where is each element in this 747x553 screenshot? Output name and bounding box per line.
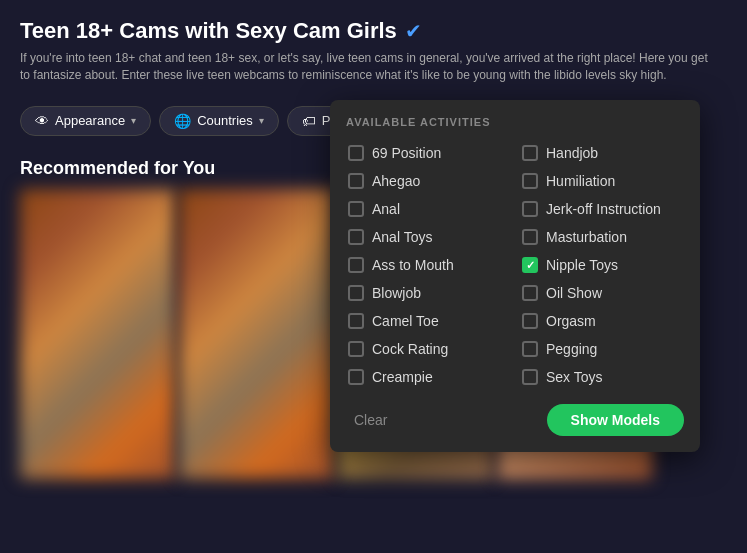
filter-countries-button[interactable]: 🌐 Countries ▾ — [159, 106, 279, 136]
checkbox-creampie[interactable] — [348, 369, 364, 385]
activity-label-nipple-toys: Nipple Toys — [546, 257, 618, 273]
activity-label-camel-toe: Camel Toe — [372, 313, 439, 329]
checkbox-humiliation[interactable] — [522, 173, 538, 189]
filter-appearance-label: Appearance — [55, 113, 125, 128]
activity-label-69position: 69 Position — [372, 145, 441, 161]
activity-label-oil-show: Oil Show — [546, 285, 602, 301]
activity-oil-show[interactable]: Oil Show — [520, 282, 684, 304]
activity-pegging[interactable]: Pegging — [520, 338, 684, 360]
activity-masturbation[interactable]: Masturbation — [520, 226, 684, 248]
filter-appearance-button[interactable]: 👁 Appearance ▾ — [20, 106, 151, 136]
checkbox-cock-rating[interactable] — [348, 341, 364, 357]
model-thumbnail[interactable] — [179, 189, 334, 479]
checkbox-69position[interactable] — [348, 145, 364, 161]
page-subtitle: If you're into teen 18+ chat and teen 18… — [20, 50, 720, 84]
checkbox-ass-to-mouth[interactable] — [348, 257, 364, 273]
checkbox-ahegao[interactable] — [348, 173, 364, 189]
activity-label-sex-toys: Sex Toys — [546, 369, 603, 385]
checkbox-anal-toys[interactable] — [348, 229, 364, 245]
checkbox-handjob[interactable] — [522, 145, 538, 161]
filter-countries-label: Countries — [197, 113, 253, 128]
activity-label-jerkoff: Jerk-off Instruction — [546, 201, 661, 217]
checkbox-orgasm[interactable] — [522, 313, 538, 329]
activity-humiliation[interactable]: Humiliation — [520, 170, 684, 192]
activity-label-pegging: Pegging — [546, 341, 597, 357]
activity-handjob[interactable]: Handjob — [520, 142, 684, 164]
dropdown-footer: Clear Show Models — [346, 404, 684, 436]
chevron-down-icon: ▾ — [259, 115, 264, 126]
eye-icon: 👁 — [35, 113, 49, 129]
activity-cock-rating[interactable]: Cock Rating — [346, 338, 510, 360]
activity-blowjob[interactable]: Blowjob — [346, 282, 510, 304]
activity-label-anal: Anal — [372, 201, 400, 217]
activity-label-humiliation: Humiliation — [546, 173, 615, 189]
checkbox-masturbation[interactable] — [522, 229, 538, 245]
show-models-button[interactable]: Show Models — [547, 404, 684, 436]
tag-icon: 🏷 — [302, 113, 316, 129]
activity-label-blowjob: Blowjob — [372, 285, 421, 301]
activity-anal[interactable]: Anal — [346, 198, 510, 220]
activity-creampie[interactable]: Creampie — [346, 366, 510, 388]
globe-icon: 🌐 — [174, 113, 191, 129]
checkbox-jerkoff[interactable] — [522, 201, 538, 217]
activity-nipple-toys[interactable]: Nipple Toys — [520, 254, 684, 276]
page-header: Teen 18+ Cams with Sexy Cam Girls ✔ If y… — [0, 0, 747, 94]
checkbox-nipple-toys[interactable] — [522, 257, 538, 273]
activity-label-creampie: Creampie — [372, 369, 433, 385]
dropdown-header: AVAILABLE ACTIVITIES — [346, 116, 684, 128]
checkbox-sex-toys[interactable] — [522, 369, 538, 385]
activity-ahegao[interactable]: Ahegao — [346, 170, 510, 192]
checkbox-blowjob[interactable] — [348, 285, 364, 301]
checkbox-camel-toe[interactable] — [348, 313, 364, 329]
checkbox-anal[interactable] — [348, 201, 364, 217]
activity-label-handjob: Handjob — [546, 145, 598, 161]
checkbox-pegging[interactable] — [522, 341, 538, 357]
activity-label-orgasm: Orgasm — [546, 313, 596, 329]
activities-dropdown: AVAILABLE ACTIVITIES 69 Position Handjob… — [330, 100, 700, 452]
chevron-down-icon: ▾ — [131, 115, 136, 126]
activity-camel-toe[interactable]: Camel Toe — [346, 310, 510, 332]
verified-icon: ✔ — [405, 19, 422, 43]
activity-label-ahegao: Ahegao — [372, 173, 420, 189]
activities-grid: 69 Position Handjob Ahegao Humiliation A… — [346, 142, 684, 388]
model-thumbnail[interactable] — [20, 189, 175, 479]
activity-69position[interactable]: 69 Position — [346, 142, 510, 164]
activity-ass-to-mouth[interactable]: Ass to Mouth — [346, 254, 510, 276]
activity-label-masturbation: Masturbation — [546, 229, 627, 245]
page-title: Teen 18+ Cams with Sexy Cam Girls — [20, 18, 397, 44]
activity-orgasm[interactable]: Orgasm — [520, 310, 684, 332]
activity-jerkoff[interactable]: Jerk-off Instruction — [520, 198, 684, 220]
activity-anal-toys[interactable]: Anal Toys — [346, 226, 510, 248]
activity-sex-toys[interactable]: Sex Toys — [520, 366, 684, 388]
title-row: Teen 18+ Cams with Sexy Cam Girls ✔ — [20, 18, 727, 44]
activity-label-anal-toys: Anal Toys — [372, 229, 432, 245]
clear-button[interactable]: Clear — [346, 408, 395, 432]
checkbox-oil-show[interactable] — [522, 285, 538, 301]
activity-label-cock-rating: Cock Rating — [372, 341, 448, 357]
activity-label-ass-to-mouth: Ass to Mouth — [372, 257, 454, 273]
